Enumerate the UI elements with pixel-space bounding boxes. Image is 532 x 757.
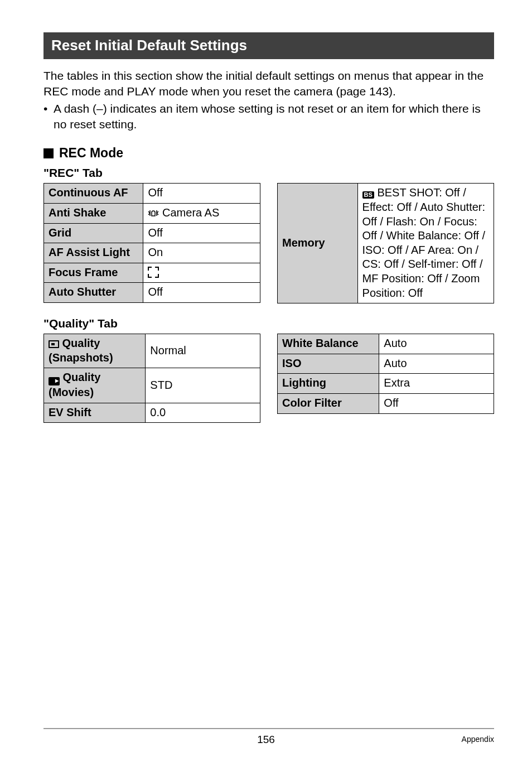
- intro-bullet-text: A dash (–) indicates an item whose setti…: [54, 102, 481, 131]
- section-heading: Reset Initial Default Settings: [43, 32, 494, 59]
- rec-tab-title-text: "REC" Tab: [43, 166, 103, 179]
- page-number: 156: [0, 734, 532, 746]
- movie-icon: [49, 377, 60, 385]
- intro-bullet-list: A dash (–) indicates an item whose setti…: [43, 101, 494, 133]
- appendix-label: Appendix: [462, 735, 494, 744]
- rec-mode-heading: REC Mode: [43, 146, 494, 161]
- table-row: White Balance Auto: [278, 334, 494, 354]
- setting-value: STD: [146, 368, 260, 403]
- setting-value: Off: [379, 393, 494, 413]
- setting-label: Auto Shutter: [44, 283, 143, 303]
- table-row: Auto Shutter Off: [44, 283, 260, 303]
- setting-label: EV Shift: [44, 403, 146, 423]
- setting-value: Auto: [379, 354, 494, 374]
- setting-value: Auto: [379, 334, 494, 354]
- setting-value: On: [143, 243, 260, 263]
- focus-frame-icon: [148, 267, 159, 278]
- setting-value: Camera AS: [143, 203, 260, 223]
- memory-value-text: BEST SHOT: Off / Effect: Off / Auto Shut…: [362, 186, 486, 298]
- setting-label: AF Assist Light: [44, 243, 143, 263]
- footer-rule: [43, 728, 494, 729]
- rec-tab-right-col: Memory BS BEST SHOT: Off / Effect: Off /…: [277, 183, 494, 303]
- memory-label: Memory: [278, 184, 358, 303]
- intro-bullet-item: A dash (–) indicates an item whose setti…: [43, 101, 494, 133]
- rec-tab-columns: Continuous AF Off Anti Shake Camera AS G…: [43, 183, 494, 303]
- table-row: Quality (Movies) STD: [44, 368, 260, 403]
- antishake-icon: [148, 209, 159, 218]
- setting-label: Grid: [44, 223, 143, 243]
- rec-tab-title: "REC" Tab: [43, 166, 494, 180]
- table-row: Continuous AF Off: [44, 184, 260, 204]
- table-row: Color Filter Off: [278, 393, 494, 413]
- setting-value: Off: [143, 223, 260, 243]
- setting-label: Continuous AF: [44, 184, 143, 204]
- table-row: Lighting Extra: [278, 374, 494, 394]
- table-row: Quality (Snapshots) Normal: [44, 334, 260, 368]
- section-heading-text: Reset Initial Default Settings: [51, 37, 247, 54]
- quality-tab-columns: Quality (Snapshots) Normal Quality (Movi…: [43, 334, 494, 423]
- bs-icon: BS: [362, 191, 374, 199]
- square-mark-icon: [43, 148, 54, 158]
- setting-label: Focus Frame: [44, 263, 143, 283]
- setting-value: [143, 263, 260, 283]
- setting-label: White Balance: [278, 334, 379, 354]
- rec-tab-left-col: Continuous AF Off Anti Shake Camera AS G…: [43, 183, 260, 303]
- table-row: AF Assist Light On: [44, 243, 260, 263]
- setting-label: Anti Shake: [44, 203, 143, 223]
- snapshot-icon: [49, 340, 59, 348]
- intro-paragraph: The tables in this section show the init…: [43, 68, 494, 100]
- quality-tab-title-text: "Quality" Tab: [43, 317, 118, 330]
- setting-value: Normal: [146, 334, 260, 368]
- table-row: Memory BS BEST SHOT: Off / Effect: Off /…: [278, 184, 494, 303]
- setting-value: Off: [143, 283, 260, 303]
- setting-label: Quality (Movies): [44, 368, 146, 403]
- setting-label: Color Filter: [278, 393, 379, 413]
- rec-tab-left-table: Continuous AF Off Anti Shake Camera AS G…: [43, 183, 260, 303]
- table-row: EV Shift 0.0: [44, 403, 260, 423]
- setting-value: Off: [143, 184, 260, 204]
- quality-left-table: Quality (Snapshots) Normal Quality (Movi…: [43, 334, 260, 423]
- table-row: Anti Shake Camera AS: [44, 203, 260, 223]
- table-row: ISO Auto: [278, 354, 494, 374]
- setting-value: 0.0: [146, 403, 260, 423]
- bs-icon-text: BS: [364, 192, 373, 198]
- setting-value: Extra: [379, 374, 494, 394]
- quality-left-col: Quality (Snapshots) Normal Quality (Movi…: [43, 334, 260, 423]
- setting-label: Quality (Snapshots): [44, 334, 146, 368]
- quality-section: "Quality" Tab Quality (Snapshots) Normal…: [43, 317, 494, 423]
- quality-tab-title: "Quality" Tab: [43, 317, 494, 330]
- table-row: Grid Off: [44, 223, 260, 243]
- memory-table: Memory BS BEST SHOT: Off / Effect: Off /…: [277, 183, 494, 303]
- table-row: Focus Frame: [44, 263, 260, 283]
- rec-mode-heading-text: REC Mode: [59, 146, 123, 161]
- setting-label: ISO: [278, 354, 379, 374]
- quality-right-table: White Balance Auto ISO Auto Lighting Ext…: [277, 334, 494, 413]
- setting-label: Lighting: [278, 374, 379, 394]
- intro-text: The tables in this section show the init…: [43, 69, 483, 98]
- memory-value: BS BEST SHOT: Off / Effect: Off / Auto S…: [357, 184, 494, 303]
- quality-right-col: White Balance Auto ISO Auto Lighting Ext…: [277, 334, 494, 413]
- setting-value-text: Camera AS: [159, 206, 219, 219]
